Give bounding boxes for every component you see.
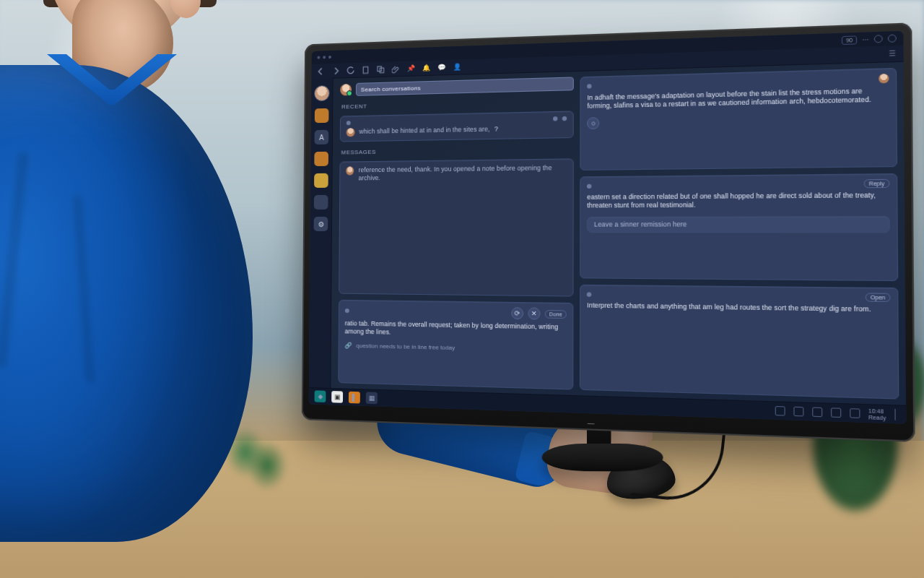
reply-tag[interactable]: Reply: [864, 179, 890, 188]
close-card-icon[interactable]: [562, 116, 567, 121]
message-body: In adhaft the message's adaptation on la…: [587, 87, 889, 111]
reply-input[interactable]: Leave a sinner remission here: [587, 216, 890, 233]
card-body: ratio tab. Remains the overall request; …: [345, 319, 567, 340]
conversation-preview: reference the need, thank. In you opened…: [358, 164, 567, 184]
traffic-dot-icon[interactable]: [323, 56, 326, 59]
section-label-recent: RECENT: [341, 98, 574, 111]
unread-indicator: ?: [494, 125, 498, 132]
reply-placeholder: Leave a sinner remission here: [594, 220, 882, 229]
status-dot-icon: [346, 121, 351, 125]
volume-icon[interactable]: [850, 408, 860, 418]
tray-icon[interactable]: [793, 407, 803, 417]
card-footer-text: question needs to be in line free today: [356, 342, 455, 351]
svg-rect-0: [363, 66, 368, 73]
sidebar-item-tasks[interactable]: [314, 173, 328, 188]
status-dot-icon: [587, 84, 591, 88]
titlebar-badge: 90: [842, 35, 857, 45]
pin-icon[interactable]: 📌: [407, 64, 415, 72]
tray-icon[interactable]: [775, 406, 785, 416]
titlebar-menu[interactable]: ⋯: [862, 35, 869, 43]
message-card-2[interactable]: Reply eastern set a direction related bu…: [580, 173, 898, 281]
app-sidebar: A ⚙: [309, 78, 334, 389]
open-tag[interactable]: Open: [866, 293, 891, 302]
sender-avatar: [346, 128, 355, 137]
clock-time: 10:48: [868, 407, 886, 414]
message-card-1[interactable]: In adhaft the message's adaptation on la…: [580, 68, 897, 171]
sender-avatar: [346, 166, 354, 175]
clock[interactable]: 10:48 Ready: [868, 407, 886, 420]
copy-icon[interactable]: [377, 65, 385, 73]
action-button[interactable]: ✕: [528, 308, 540, 320]
plant-small: [217, 426, 289, 491]
taskbar-app-2[interactable]: ▣: [331, 391, 343, 403]
more-icon[interactable]: [553, 116, 557, 121]
search-input[interactable]: Search conversations: [356, 77, 574, 96]
tray-icon[interactable]: [812, 407, 822, 418]
current-user-avatar[interactable]: [340, 84, 352, 95]
content-columns: Search conversations RECENT: [331, 61, 906, 406]
taskbar-app-4[interactable]: ▦: [366, 392, 378, 404]
bell-icon[interactable]: 🔔: [422, 64, 430, 72]
show-desktop-icon[interactable]: [894, 409, 899, 420]
reaction-button[interactable]: ○: [587, 117, 599, 129]
attach-icon[interactable]: [392, 64, 400, 72]
action-button[interactable]: ⟳: [511, 307, 523, 319]
refresh-icon[interactable]: [346, 66, 354, 74]
conversation-card-2[interactable]: reference the need, thank. In you opened…: [339, 158, 574, 296]
traffic-dot-icon[interactable]: [317, 56, 320, 59]
app-window: 90 ⋯ 📌 🔔 💬 👤 ☰: [309, 31, 907, 424]
conversation-preview: which shall be hinted at in and in the s…: [359, 125, 489, 136]
right-column: In adhaft the message's adaptation on la…: [580, 68, 899, 400]
taskbar-app-1[interactable]: ◆: [315, 390, 326, 402]
traffic-dot-icon[interactable]: [328, 56, 331, 59]
conversation-card-1[interactable]: which shall be hinted at in and in the s…: [340, 111, 574, 142]
status-dot-icon: [587, 184, 591, 188]
status-tag: Done: [544, 309, 567, 318]
message-card-3[interactable]: Open Interpret the charts and anything t…: [580, 285, 899, 400]
message-body: Interpret the charts and anything that a…: [587, 301, 891, 314]
author-avatar[interactable]: [879, 74, 889, 84]
network-icon[interactable]: [831, 407, 841, 418]
monitor-brand: —: [588, 420, 596, 428]
monitor-bezel: — 90 ⋯ 📌: [302, 22, 915, 442]
monitor: — 90 ⋯ 📌: [302, 22, 915, 442]
forward-icon[interactable]: [332, 66, 340, 74]
clock-status: Ready: [868, 414, 886, 420]
app-body: A ⚙ Search conversations RECENT: [309, 61, 906, 406]
search-row: Search conversations: [340, 77, 574, 96]
left-column: Search conversations RECENT: [338, 77, 574, 389]
status-dot-icon: [345, 309, 349, 313]
user-icon[interactable]: 👤: [453, 63, 461, 72]
message-body: eastern set a direction related but of o…: [587, 191, 889, 210]
conversation-card-3[interactable]: ⟳ ✕ Done ratio tab. Remains the overall …: [338, 300, 574, 390]
sidebar-item-profile[interactable]: [314, 85, 330, 101]
file-icon[interactable]: [362, 66, 370, 74]
chat-icon[interactable]: 💬: [437, 63, 445, 72]
sidebar-item-settings[interactable]: ⚙: [314, 217, 328, 231]
sidebar-item-files[interactable]: [314, 152, 328, 166]
minimize-icon[interactable]: [874, 35, 883, 43]
sidebar-item-archive[interactable]: [314, 195, 328, 210]
back-icon[interactable]: [317, 67, 325, 75]
taskbar-app-3[interactable]: ▌: [349, 392, 360, 404]
sidebar-item-inbox[interactable]: [315, 108, 329, 123]
menu-icon[interactable]: ☰: [887, 49, 897, 59]
titlebar-left: [317, 56, 331, 59]
sidebar-item-tag[interactable]: A: [315, 130, 329, 144]
status-dot-icon: [587, 292, 591, 296]
close-icon[interactable]: [888, 35, 897, 43]
link-icon[interactable]: 🔗: [344, 342, 352, 349]
section-label-messages: MESSAGES: [341, 145, 575, 155]
